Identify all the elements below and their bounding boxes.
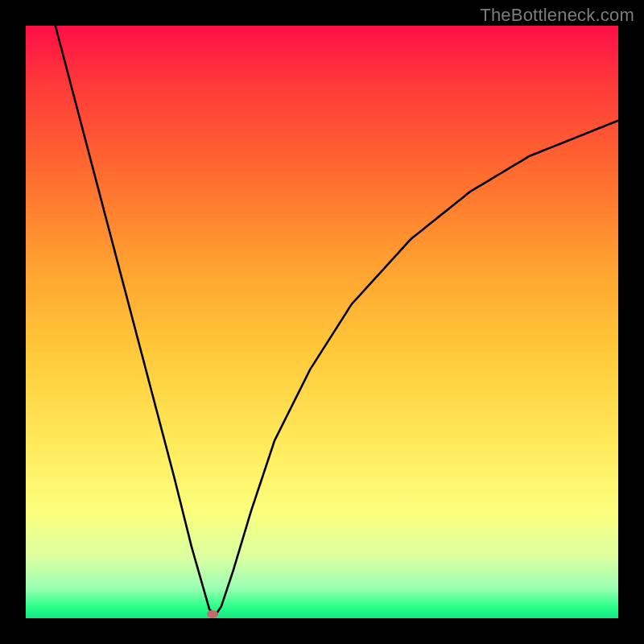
watermark-text: TheBottleneck.com [480,5,634,26]
frame-border-left [0,0,26,644]
optimum-marker [207,610,218,618]
frame-border-bottom [0,618,644,644]
frame-border-right [618,0,644,644]
chart-plot-area [26,26,618,618]
bottleneck-curve [26,26,618,618]
